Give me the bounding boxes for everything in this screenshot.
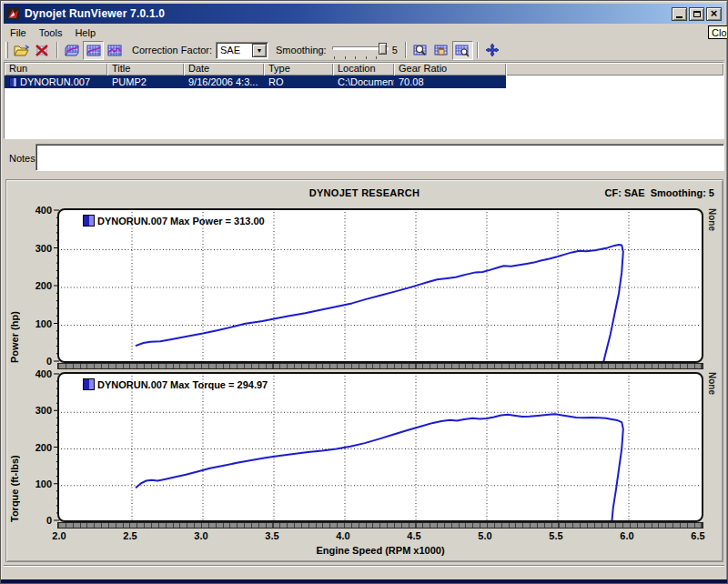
correction-factor-label: Correction Factor: [132,45,212,55]
slider-thumb[interactable] [379,43,387,55]
chevron-down-icon[interactable]: ▼ [252,44,267,57]
x-tick-label: 6.0 [612,530,642,541]
y-tick-label: 400 [21,368,52,379]
graph-view-3-icon [106,44,123,57]
column-header-date[interactable]: Date [184,63,264,76]
crosshair-icon [484,43,500,57]
zoom-in-button[interactable] [410,41,431,60]
y-tick-label: 200 [21,442,52,453]
y-tick-label: 100 [21,478,52,489]
window-bottom-edge [1,579,727,583]
cell-run: DYNORUN.007 [5,76,107,88]
maximize-button[interactable] [689,7,704,21]
pan-button[interactable] [431,41,452,60]
graph-view-3-button[interactable] [104,41,125,60]
graph-view-1-icon [65,44,81,57]
x-tick-label: 5.0 [470,530,500,541]
smoothing-slider[interactable] [332,41,389,59]
y-tick-label: 100 [21,318,52,329]
y-tick-label: 0 [21,356,52,367]
chart-block-power: Power (hp)0100200300400DYNORUN.007 Max P… [6,208,724,363]
plot-area-power[interactable]: DYNORUN.007 Max Power = 313.00 [57,208,703,363]
x-tick-label: 4.0 [328,530,359,541]
data-curve-power [136,245,623,363]
column-header-type[interactable]: Type [264,63,333,76]
x-tick-label: 6.5 [682,530,713,541]
crosshair-button[interactable] [482,41,503,60]
close-button[interactable]: × [706,7,722,21]
notes-input[interactable] [35,144,724,171]
app-icon [6,6,21,21]
cell-gear-ratio: 70.08 [394,76,506,88]
data-curve-torque [136,414,623,522]
legend-torque: DYNORUN.007 Max Torque = 294.97 [83,378,268,390]
notes-label: Notes: [9,153,38,164]
plot-area-torque[interactable]: DYNORUN.007 Max Torque = 294.97 [57,372,703,522]
title-bar: Dynojet RunViewer 7.0.1.0 × [4,4,724,24]
x-axis-strip-torque [57,522,703,529]
toolbar-separator [56,42,58,58]
run-file-icon [9,77,17,87]
graph-view-2-button[interactable] [83,41,104,60]
graph-view-2-icon [86,44,102,57]
cell-text: DYNORUN.007 [20,76,90,88]
y-tick-label: 400 [21,205,52,216]
legend-label: DYNORUN.007 Max Torque = 294.97 [97,379,268,390]
zoom-in-icon [412,44,429,57]
open-run-button[interactable] [11,41,32,60]
menu-item-file[interactable]: File [4,25,33,40]
x-tick-label: 5.5 [541,530,571,541]
table-row[interactable]: DYNORUN.007PUMP29/16/2006 4:3...ROC:\Doc… [5,76,723,88]
cell-text: 9/16/2006 4:3... [188,76,258,88]
y-axis-title-torque: Torque (ft-lbs) [9,372,20,522]
x-axis-strip-power [57,363,703,369]
zoom-reset-button[interactable] [452,41,473,60]
graph-view-1-button[interactable] [62,41,83,60]
y-tick-label: 300 [21,405,52,416]
menu-item-help[interactable]: Help [68,25,102,40]
menu-bar: FileToolsHelp [4,25,724,40]
cell-text: RO [268,76,284,88]
toolbar-grip[interactable] [5,42,8,58]
x-axis-title: Engine Speed (RPM x1000) [59,545,702,556]
y-tick-label: 0 [21,515,52,526]
column-header-title[interactable]: Title [107,63,184,76]
secondary-y-axis-label-torque: None [707,372,717,522]
toolbar-separator [477,42,479,58]
y-axis-title-power: Power (hp) [9,208,20,363]
cell-text: 70.08 [399,76,424,88]
y-tick-label: 300 [21,243,52,254]
column-header-location[interactable]: Location [333,63,394,76]
correction-factor-select[interactable]: SAE ▼ [216,42,268,59]
menu-item-tools[interactable]: Tools [33,25,69,40]
minimize-button[interactable] [672,7,687,21]
toolbar-separator [405,42,407,58]
column-header-run[interactable]: Run [5,63,107,76]
x-tick-label: 4.5 [399,530,430,541]
open-folder-icon [14,44,29,57]
pan-hand-icon [433,44,450,57]
cell-type: RO [264,76,333,88]
delete-run-button[interactable] [32,41,53,60]
cell-title: PUMP2 [107,76,184,88]
smoothing-value: 5 [392,45,398,55]
zoom-reset-icon [454,44,470,57]
maximize-icon [693,11,701,17]
status-bar [4,565,724,580]
delete-run-icon [35,44,50,57]
x-tick-label: 2.0 [44,530,75,541]
window-title: Dynojet RunViewer 7.0.1.0 [25,7,165,20]
x-tick-label: 2.5 [115,530,146,541]
app-window: Dynojet RunViewer 7.0.1.0 × FileToolsHel… [0,0,728,584]
minimize-icon [676,16,682,18]
chart-header: DYNOJET RESEARCH CF: SAE Smoothing: 5 [6,187,723,200]
toolbar: Correction Factor: SAE ▼ Smoothing: 5 [4,40,724,61]
run-list-header: RunTitleDateTypeLocationGear Ratio [5,63,723,76]
close-tooltip: Clo [708,25,728,39]
x-tick-label: 3.5 [257,530,288,541]
smoothing-label: Smoothing: [276,45,327,55]
column-header-filler [506,63,723,76]
column-header-gear-ratio[interactable]: Gear Ratio [394,63,506,76]
cell-text: C:\Documents ... [338,76,394,88]
cell-date: 9/16/2006 4:3... [184,76,264,88]
